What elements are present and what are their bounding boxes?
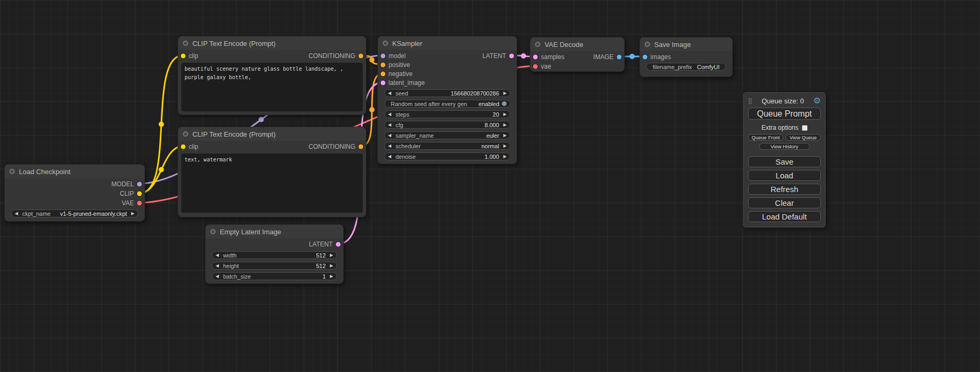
increment-arrow-icon[interactable]: ▶ xyxy=(503,112,507,117)
node-header[interactable]: Save Image xyxy=(640,37,732,51)
drag-handle-icon[interactable]: ⣿ xyxy=(748,98,752,104)
slot-row: samples IMAGE xyxy=(530,52,624,62)
slot-label: LATENT xyxy=(482,52,506,60)
collapse-dot-icon[interactable] xyxy=(535,42,540,47)
collapse-dot-icon[interactable] xyxy=(645,42,650,47)
output-slot-latent: LATENT xyxy=(206,240,343,249)
node-header[interactable]: KSampler xyxy=(378,36,517,50)
slot-label: samples xyxy=(541,53,565,61)
widget-sampler-name[interactable]: ◀ sampler_name euler ▶ xyxy=(384,131,510,139)
refresh-button[interactable]: Refresh xyxy=(748,184,821,195)
collapse-dot-icon[interactable] xyxy=(183,131,188,137)
widget-batch-size[interactable]: ◀ batch_size 1 ▶ xyxy=(212,272,337,280)
input-port-vae[interactable] xyxy=(533,64,538,69)
collapse-dot-icon[interactable] xyxy=(9,169,15,174)
increment-arrow-icon[interactable]: ▶ xyxy=(503,123,507,127)
increment-arrow-icon[interactable]: ▶ xyxy=(503,144,507,148)
node-vae-decode[interactable]: VAE Decode samples IMAGE vae xyxy=(530,37,625,72)
wire-midpoint-dot[interactable] xyxy=(370,58,375,63)
node-header[interactable]: CLIP Text Encode (Prompt) xyxy=(178,127,366,141)
slot-label: latent_image xyxy=(389,79,425,87)
node-load-checkpoint[interactable]: Load Checkpoint MODEL CLIP VAE ◀ ckpt_na… xyxy=(4,164,145,222)
output-port-vae[interactable] xyxy=(137,201,142,206)
output-port-model[interactable] xyxy=(137,182,142,187)
increment-arrow-icon[interactable]: ▶ xyxy=(330,264,333,268)
prompt-textarea[interactable]: text, watermark xyxy=(181,154,363,213)
load-default-button[interactable]: Load Default xyxy=(748,211,821,222)
increment-arrow-icon[interactable]: ▶ xyxy=(503,155,507,159)
gear-icon[interactable]: ⚙ xyxy=(813,97,821,105)
decrement-arrow-icon[interactable]: ◀ xyxy=(15,212,18,216)
output-port-image[interactable] xyxy=(617,55,622,60)
collapse-dot-icon[interactable] xyxy=(210,229,216,234)
widget-scheduler[interactable]: ◀ scheduler normal ▶ xyxy=(384,142,510,150)
load-button[interactable]: Load xyxy=(748,170,821,181)
widget-label: batch_size xyxy=(223,273,251,280)
widget-height[interactable]: ◀ height 512 ▶ xyxy=(212,262,337,270)
node-header[interactable]: CLIP Text Encode (Prompt) xyxy=(178,36,366,50)
widget-ckpt-name[interactable]: ◀ ckpt_name v1-5-pruned-emaonly.ckpt ▶ xyxy=(11,209,138,217)
input-port-model[interactable] xyxy=(381,53,385,58)
decrement-arrow-icon[interactable]: ◀ xyxy=(388,133,391,138)
input-port-images[interactable] xyxy=(643,55,647,60)
node-ksampler[interactable]: KSampler model LATENT positive negative … xyxy=(377,36,517,164)
collapse-dot-icon[interactable] xyxy=(383,41,388,46)
input-port-clip[interactable] xyxy=(181,145,186,149)
widget-control-after-generate[interactable]: Random seed after every gen enabled xyxy=(384,100,510,108)
increment-arrow-icon[interactable]: ▶ xyxy=(131,212,134,216)
extra-options-checkbox[interactable] xyxy=(802,125,808,131)
collapse-dot-icon[interactable] xyxy=(183,41,188,46)
decrement-arrow-icon[interactable]: ◀ xyxy=(216,264,219,268)
output-port-conditioning[interactable] xyxy=(358,145,363,149)
widget-width[interactable]: ◀ width 512 ▶ xyxy=(212,251,337,259)
output-port-conditioning[interactable] xyxy=(358,54,363,59)
decrement-arrow-icon[interactable]: ◀ xyxy=(388,123,391,127)
wire-midpoint-dot[interactable] xyxy=(159,122,164,127)
input-port-clip[interactable] xyxy=(181,54,186,59)
widget-filename-prefix[interactable]: filename_prefix ComfyUI xyxy=(646,63,726,71)
decrement-arrow-icon[interactable]: ◀ xyxy=(216,253,219,257)
input-port-positive[interactable] xyxy=(381,62,385,67)
node-clip-text-encode-negative[interactable]: CLIP Text Encode (Prompt) clip CONDITION… xyxy=(178,127,366,217)
node-empty-latent-image[interactable]: Empty Latent Image LATENT ◀ width 512 ▶ … xyxy=(205,224,344,284)
input-port-samples[interactable] xyxy=(533,55,538,60)
output-port-latent[interactable] xyxy=(336,242,341,247)
output-port-latent[interactable] xyxy=(509,53,514,58)
widget-seed[interactable]: ◀ seed 156680208700286 ▶ xyxy=(384,89,510,97)
queue-front-button[interactable]: Queue Front xyxy=(748,134,783,141)
wire-midpoint-dot[interactable] xyxy=(521,53,526,59)
increment-arrow-icon[interactable]: ▶ xyxy=(330,274,333,279)
node-clip-text-encode-positive[interactable]: CLIP Text Encode (Prompt) clip CONDITION… xyxy=(178,36,366,115)
decrement-arrow-icon[interactable]: ◀ xyxy=(388,112,391,117)
decrement-arrow-icon[interactable]: ◀ xyxy=(216,274,219,279)
decrement-arrow-icon[interactable]: ◀ xyxy=(388,144,391,148)
output-port-clip[interactable] xyxy=(137,192,142,196)
increment-arrow-icon[interactable]: ▶ xyxy=(330,253,333,257)
view-queue-button[interactable]: View Queue xyxy=(785,134,821,141)
toggle-knob-icon[interactable] xyxy=(502,101,507,106)
widget-denoise[interactable]: ◀ denoise 1.000 ▶ xyxy=(384,152,510,160)
decrement-arrow-icon[interactable]: ◀ xyxy=(388,91,391,96)
node-header[interactable]: Load Checkpoint xyxy=(5,165,144,178)
clear-button[interactable]: Clear xyxy=(748,197,821,208)
wire-midpoint-dot[interactable] xyxy=(629,54,635,59)
wire-midpoint-dot[interactable] xyxy=(370,107,375,112)
widget-cfg[interactable]: ◀ cfg 8.000 ▶ xyxy=(384,121,510,129)
widget-steps[interactable]: ◀ steps 20 ▶ xyxy=(384,110,510,118)
queue-prompt-button[interactable]: Queue Prompt xyxy=(748,108,821,120)
decrement-arrow-icon[interactable]: ◀ xyxy=(388,155,391,159)
increment-arrow-icon[interactable]: ▶ xyxy=(503,133,507,138)
increment-arrow-icon[interactable]: ▶ xyxy=(503,91,507,96)
input-port-negative[interactable] xyxy=(381,71,385,76)
node-header[interactable]: VAE Decode xyxy=(530,37,624,51)
wire-midpoint-dot[interactable] xyxy=(259,117,264,122)
prompt-textarea[interactable]: beautiful scenery nature glass bottle la… xyxy=(181,63,363,111)
slot-label: model xyxy=(389,52,406,60)
save-button[interactable]: Save xyxy=(748,156,821,167)
view-history-button[interactable]: View History xyxy=(759,143,810,150)
node-title: Save Image xyxy=(654,41,691,49)
node-header[interactable]: Empty Latent Image xyxy=(206,225,343,239)
wire-midpoint-dot[interactable] xyxy=(159,167,164,173)
input-port-latent-image[interactable] xyxy=(381,80,385,85)
node-save-image[interactable]: Save Image images filename_prefix ComfyU… xyxy=(639,37,733,77)
